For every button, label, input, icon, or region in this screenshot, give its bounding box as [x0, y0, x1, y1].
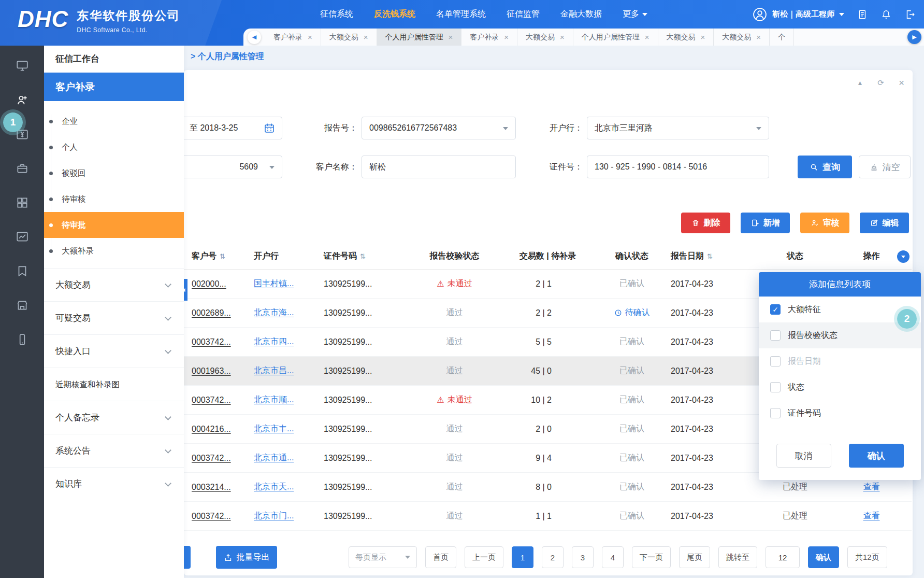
checkbox[interactable] [770, 356, 781, 366]
menu-group-knowledge-base[interactable]: 知识库 [44, 467, 184, 500]
close-icon[interactable]: × [756, 33, 761, 41]
prev-page-button[interactable]: 上一页 [465, 546, 503, 568]
checkbox[interactable] [770, 330, 781, 341]
page-4-button[interactable]: 4 [602, 546, 624, 568]
tab-large-transaction-1[interactable]: 大额交易× [321, 29, 377, 46]
search-button[interactable]: 查询 [798, 156, 852, 178]
option-report-verify-status[interactable]: 报告校验状态 [759, 322, 921, 348]
customer-no-link[interactable]: 0002689... [192, 308, 231, 317]
user-menu[interactable]: 靳松｜高级工程师 [752, 7, 844, 22]
bank-select[interactable]: 北京市三里河路 [587, 117, 769, 139]
grid-icon[interactable] [0, 186, 44, 220]
customer-name-input[interactable] [369, 162, 515, 172]
first-page-button[interactable]: 首页 [425, 546, 456, 568]
collapse-icon[interactable]: ▲ [857, 79, 863, 87]
sort-icon[interactable]: ⇅ [707, 252, 713, 260]
id-no-field[interactable] [587, 156, 769, 178]
customer-no-link[interactable]: 0004216... [192, 425, 231, 433]
tab-personal-user-attr-mgmt-active[interactable]: 个人用户属性管理× [377, 29, 462, 46]
page-3-button[interactable]: 3 [572, 546, 594, 568]
menu-sub-rejected[interactable]: 被驳回 [44, 160, 184, 186]
column-settings-button[interactable] [897, 250, 909, 263]
nav-list-mgmt-system[interactable]: 名单管理系统 [436, 9, 486, 20]
refresh-icon[interactable]: ⟳ [877, 78, 884, 88]
option-report-date[interactable]: 报告日期 [759, 348, 921, 374]
menu-group-personal-memo[interactable]: 个人备忘录 [44, 401, 184, 434]
nav-more[interactable]: 更多 [623, 9, 647, 20]
menu-credit-workbench[interactable]: 征信工作台 [44, 46, 184, 73]
bank-link[interactable]: 北京市四... [254, 337, 294, 346]
checkbox-checked[interactable]: ✓ [770, 304, 781, 315]
checkbox[interactable] [770, 382, 781, 392]
menu-sub-personal[interactable]: 个人 [44, 134, 184, 160]
tab-large-transaction-2[interactable]: 大额交易× [517, 29, 573, 46]
bell-icon[interactable] [880, 9, 892, 20]
view-link[interactable]: 查看 [863, 511, 880, 520]
page-2-button[interactable]: 2 [542, 546, 564, 568]
option-status[interactable]: 状态 [759, 374, 921, 400]
close-icon[interactable]: × [560, 33, 565, 41]
customer-no-link[interactable]: 0001963... [192, 366, 231, 375]
bank-icon[interactable] [0, 288, 44, 322]
menu-group-system-notice[interactable]: 系统公告 [44, 434, 184, 467]
close-icon[interactable]: × [504, 33, 509, 41]
tab-personal-user-attr-mgmt-2[interactable]: 个人用户属性管理× [573, 29, 658, 46]
edit-button[interactable]: 编辑 [860, 213, 909, 233]
checkbox[interactable] [770, 408, 781, 418]
mobile-icon[interactable] [0, 322, 44, 357]
view-link[interactable]: 查看 [863, 482, 880, 491]
audit-button[interactable]: 审核 [800, 213, 849, 233]
tabs-scroll-left-button[interactable]: ◀ [248, 31, 261, 44]
close-icon[interactable]: × [701, 33, 705, 41]
monitor-icon[interactable] [0, 49, 44, 83]
customer-no-link[interactable]: 0003742... [192, 396, 231, 404]
customer-name-field[interactable] [362, 156, 516, 178]
batch-export-button[interactable]: 批量导出 [216, 546, 277, 569]
clear-button[interactable]: 清空 [859, 156, 911, 178]
close-icon[interactable]: × [899, 77, 904, 89]
nav-credit-supervision[interactable]: 征信监管 [507, 9, 540, 20]
option-id-number[interactable]: 证件号码 [759, 400, 921, 426]
customer-no-link[interactable]: 0003742... [192, 454, 231, 462]
menu-sub-pending-review[interactable]: 待审核 [44, 186, 184, 212]
menu-group-suspicious-transaction[interactable]: 可疑交易 [44, 301, 184, 334]
tab-large-transaction-4[interactable]: 大额交易× [714, 29, 770, 46]
nav-aml-system[interactable]: 反洗钱系统 [374, 9, 415, 20]
menu-group-quick-entry[interactable]: 快捷入口 [44, 334, 184, 368]
customer-no-link[interactable]: 0003742... [192, 512, 231, 520]
next-page-button[interactable]: 下一页 [632, 546, 671, 568]
menu-sub-enterprise[interactable]: 企业 [44, 108, 184, 134]
menu-sub-large-supplement[interactable]: 大额补录 [44, 238, 184, 264]
add-button[interactable]: 新增 [741, 213, 790, 233]
tabs-scroll-right-button[interactable]: ▶ [907, 30, 921, 44]
cancel-button[interactable]: 取消 [776, 444, 831, 468]
logout-icon[interactable] [904, 9, 916, 20]
page-size-select[interactable]: 每页显示 [349, 546, 417, 568]
jump-page-input[interactable] [766, 546, 800, 568]
chart-icon[interactable] [0, 220, 44, 254]
calendar-icon[interactable] [263, 122, 276, 134]
page-1-button[interactable]: 1 [512, 546, 533, 568]
bank-link[interactable]: 北京市门... [254, 511, 294, 520]
customer-no-link[interactable]: 0003742... [192, 337, 231, 346]
bank-link[interactable]: 北京市顺... [254, 395, 294, 404]
menu-group-large-transaction[interactable]: 大额交易 [44, 268, 184, 301]
tab-large-transaction-3[interactable]: 大额交易× [658, 29, 714, 46]
tab-customer-supplement-1[interactable]: 客户补录× [265, 29, 321, 46]
last-page-button[interactable]: 尾页 [679, 546, 710, 568]
clipboard-icon[interactable] [857, 9, 868, 20]
close-icon[interactable]: × [308, 33, 312, 41]
sort-icon[interactable]: ⇅ [360, 252, 366, 260]
customer-no-link[interactable]: 002000... [192, 279, 226, 288]
bank-link[interactable]: 北京市天... [254, 482, 294, 491]
menu-customer-supplement[interactable]: 客户补录 [44, 73, 184, 101]
report-no-select[interactable]: 0098652616772567483 [362, 117, 516, 139]
tab-clipped[interactable]: 个 [770, 29, 794, 46]
bank-link[interactable]: 北京市昌... [254, 366, 294, 375]
bank-link[interactable]: 北京市丰... [254, 424, 294, 433]
tab-customer-supplement-2[interactable]: 客户补录× [461, 29, 517, 46]
close-icon[interactable]: × [645, 33, 649, 41]
confirm-button[interactable]: 确认 [849, 444, 904, 468]
close-icon[interactable]: × [364, 33, 368, 41]
jump-confirm-button[interactable]: 确认 [808, 546, 839, 568]
